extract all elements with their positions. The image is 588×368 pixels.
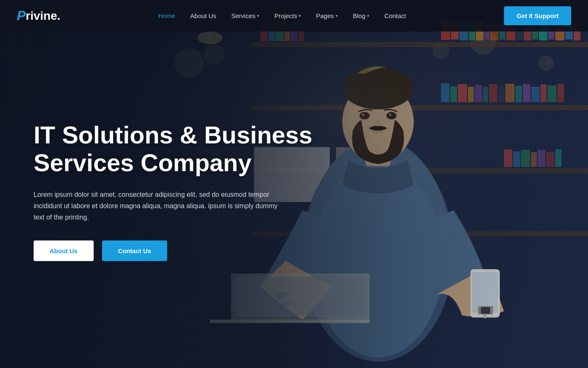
nav-link-projects[interactable]: Projects (274, 12, 297, 19)
chevron-down-icon: ▾ (299, 13, 301, 18)
hero-title: IT Solutions & Business Services Company (34, 121, 319, 177)
nav-link-about[interactable]: About Us (190, 12, 216, 19)
nav-menu: Home About Us Services ▾ Projects ▾ Page… (158, 12, 406, 20)
chevron-down-icon: ▾ (367, 13, 369, 18)
contact-us-button[interactable]: Contact Us (102, 241, 167, 261)
nav-item-blog[interactable]: Blog ▾ (353, 12, 369, 19)
chevron-down-icon: ▾ (257, 13, 259, 18)
nav-link-home[interactable]: Home (158, 12, 175, 19)
nav-link-pages[interactable]: Pages (316, 12, 334, 19)
get-support-button[interactable]: Get It Support (504, 6, 571, 25)
nav-link-contact[interactable]: Contact (384, 12, 406, 19)
logo[interactable]: P rivine. (17, 8, 60, 24)
nav-item-pages[interactable]: Pages ▾ (316, 12, 338, 19)
nav-item-services[interactable]: Services ▾ (231, 12, 260, 19)
nav-item-contact[interactable]: Contact (384, 12, 406, 20)
hero-description: Lorem ipsum dolor sit amet, consectetur … (34, 189, 286, 223)
about-us-button[interactable]: About Us (34, 241, 94, 261)
nav-item-projects[interactable]: Projects ▾ (274, 12, 301, 19)
logo-letter-p: P (17, 8, 26, 24)
nav-item-home[interactable]: Home (158, 12, 175, 20)
hero-content: IT Solutions & Business Services Company… (34, 121, 319, 261)
logo-text: rivine. (26, 9, 60, 23)
hero-buttons: About Us Contact Us (34, 241, 319, 261)
nav-link-services[interactable]: Services (231, 12, 256, 19)
nav-link-blog[interactable]: Blog (353, 12, 365, 19)
chevron-down-icon: ▾ (336, 13, 338, 18)
hero-section: P rivine. Home About Us Services ▾ Proje… (0, 0, 588, 368)
navbar: P rivine. Home About Us Services ▾ Proje… (0, 0, 588, 32)
nav-item-about[interactable]: About Us (190, 12, 216, 20)
